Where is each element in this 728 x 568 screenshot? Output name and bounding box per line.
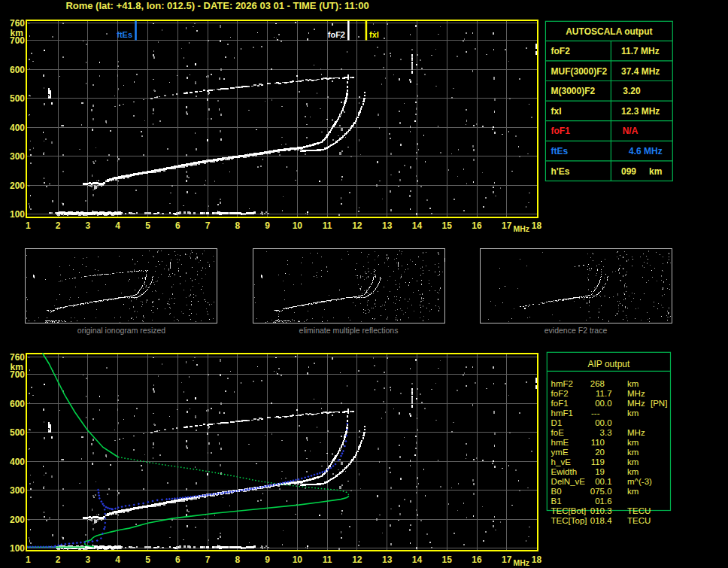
svg-text:600: 600 bbox=[10, 65, 25, 75]
svg-text:010: 010 bbox=[590, 506, 605, 515]
svg-text:.6: .6 bbox=[605, 497, 612, 506]
svg-text:4: 4 bbox=[115, 220, 120, 231]
svg-text:8: 8 bbox=[235, 220, 240, 231]
svg-text:8: 8 bbox=[235, 554, 240, 565]
svg-text:km: km bbox=[649, 166, 662, 177]
svg-text:400: 400 bbox=[10, 457, 25, 467]
svg-text:10: 10 bbox=[293, 220, 303, 231]
svg-text:13: 13 bbox=[382, 554, 393, 565]
svg-text:fxI: fxI bbox=[551, 106, 562, 117]
svg-text:.0: .0 bbox=[605, 399, 612, 408]
svg-text:MHz: MHz bbox=[514, 558, 530, 567]
svg-text:foE: foE bbox=[551, 428, 565, 437]
svg-text:12: 12 bbox=[352, 220, 362, 231]
svg-text:.3: .3 bbox=[605, 506, 612, 515]
svg-text:km: km bbox=[11, 28, 23, 38]
svg-text:B1: B1 bbox=[551, 497, 562, 506]
svg-text:AIP output: AIP output bbox=[587, 359, 629, 369]
svg-text:foF1: foF1 bbox=[551, 399, 569, 408]
svg-text:099: 099 bbox=[621, 166, 636, 177]
svg-text:.0: .0 bbox=[605, 418, 612, 427]
svg-text:TECU: TECU bbox=[627, 506, 651, 515]
svg-text:400: 400 bbox=[10, 123, 25, 133]
svg-text:16: 16 bbox=[472, 220, 482, 231]
svg-text:11: 11 bbox=[596, 389, 605, 398]
svg-text:TEC[Top]: TEC[Top] bbox=[551, 516, 587, 525]
svg-text:MHz: MHz bbox=[627, 389, 645, 398]
svg-text:16: 16 bbox=[472, 554, 482, 565]
svg-text:600: 600 bbox=[10, 399, 25, 409]
svg-text:km: km bbox=[627, 409, 639, 418]
svg-text:14: 14 bbox=[412, 554, 423, 565]
svg-text:6: 6 bbox=[175, 220, 180, 231]
svg-text:5: 5 bbox=[145, 220, 150, 231]
svg-text:100: 100 bbox=[10, 543, 25, 554]
svg-text:eliminate multiple reflections: eliminate multiple reflections bbox=[299, 326, 399, 335]
svg-text:9: 9 bbox=[265, 554, 270, 565]
svg-text:N/A: N/A bbox=[623, 126, 639, 136]
svg-text:11: 11 bbox=[323, 554, 332, 565]
svg-text:00: 00 bbox=[595, 477, 605, 486]
svg-text:075: 075 bbox=[590, 487, 605, 496]
svg-text:AUTOSCALA output: AUTOSCALA output bbox=[566, 26, 652, 37]
svg-text:3: 3 bbox=[86, 220, 91, 231]
svg-text:7: 7 bbox=[205, 220, 211, 231]
svg-text:12.3 MHz: 12.3 MHz bbox=[621, 106, 660, 117]
svg-text:018: 018 bbox=[590, 516, 605, 525]
svg-text:18: 18 bbox=[532, 554, 542, 565]
svg-text:37.4 MHz: 37.4 MHz bbox=[621, 66, 660, 77]
svg-text:00: 00 bbox=[595, 418, 605, 427]
svg-text:100: 100 bbox=[10, 209, 25, 220]
svg-text:hmF1: hmF1 bbox=[551, 409, 573, 418]
svg-text:18: 18 bbox=[532, 220, 542, 231]
svg-text:TECU: TECU bbox=[627, 516, 651, 525]
svg-text:MHz: MHz bbox=[627, 399, 645, 408]
svg-text:1: 1 bbox=[26, 554, 31, 565]
svg-text:fxI: fxI bbox=[369, 30, 379, 39]
svg-text:300: 300 bbox=[10, 151, 25, 162]
svg-text:19: 19 bbox=[595, 467, 605, 476]
svg-text:TEC[Bot]: TEC[Bot] bbox=[551, 506, 587, 515]
svg-text:11.7 MHz: 11.7 MHz bbox=[621, 46, 660, 56]
svg-text:MUF(3000)F2: MUF(3000)F2 bbox=[551, 66, 608, 77]
svg-text:00: 00 bbox=[595, 399, 605, 408]
svg-text:foF2: foF2 bbox=[551, 389, 569, 398]
svg-text:hmE: hmE bbox=[551, 438, 569, 447]
svg-text:DelN_vE: DelN_vE bbox=[551, 477, 586, 486]
svg-text:3: 3 bbox=[86, 554, 91, 565]
svg-text:1: 1 bbox=[26, 220, 31, 231]
svg-text:13: 13 bbox=[382, 220, 393, 231]
svg-text:evidence F2 trace: evidence F2 trace bbox=[544, 326, 608, 335]
svg-text:km: km bbox=[627, 379, 639, 388]
svg-text:17: 17 bbox=[502, 220, 512, 231]
svg-text:original ionogram resized: original ionogram resized bbox=[77, 326, 165, 335]
svg-text:2: 2 bbox=[56, 554, 61, 565]
svg-text:.3: .3 bbox=[605, 428, 612, 437]
svg-text:12: 12 bbox=[352, 554, 362, 565]
svg-text:20: 20 bbox=[595, 448, 605, 457]
svg-text:foF1: foF1 bbox=[551, 126, 571, 136]
svg-text:ftEs: ftEs bbox=[117, 30, 132, 39]
svg-text:foF2: foF2 bbox=[551, 46, 571, 56]
svg-text:hmF2: hmF2 bbox=[551, 379, 573, 388]
svg-text:.7: .7 bbox=[605, 389, 612, 398]
svg-text:D1: D1 bbox=[551, 418, 563, 427]
svg-text:MHz: MHz bbox=[627, 428, 645, 437]
svg-text:200: 200 bbox=[10, 181, 25, 191]
svg-text:km: km bbox=[627, 438, 639, 447]
svg-text:km: km bbox=[627, 457, 639, 466]
svg-text:500: 500 bbox=[10, 427, 25, 438]
svg-text:---: --- bbox=[591, 409, 600, 418]
svg-text:h'Es: h'Es bbox=[551, 166, 570, 177]
svg-text:15: 15 bbox=[442, 554, 453, 565]
svg-text:7: 7 bbox=[205, 554, 211, 565]
svg-text:9: 9 bbox=[265, 220, 270, 231]
svg-text:ftEs: ftEs bbox=[551, 146, 569, 156]
svg-text:km: km bbox=[11, 362, 23, 372]
svg-text:MHz: MHz bbox=[514, 224, 530, 233]
svg-text:4.6 MHz: 4.6 MHz bbox=[629, 146, 663, 156]
svg-text:14: 14 bbox=[412, 220, 423, 231]
svg-text:h_vE: h_vE bbox=[551, 457, 572, 466]
svg-text:Ewidth: Ewidth bbox=[551, 467, 578, 476]
svg-text:3.20: 3.20 bbox=[623, 86, 641, 96]
